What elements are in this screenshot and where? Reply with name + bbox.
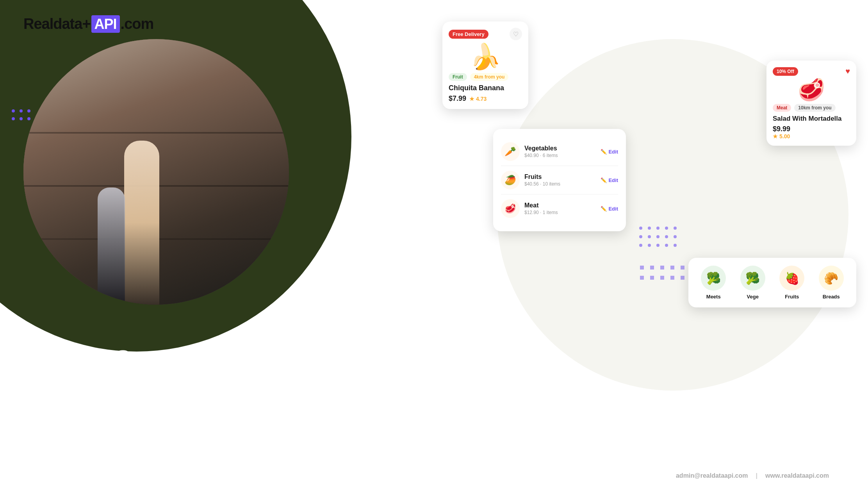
footer-separator: | xyxy=(756,472,757,479)
category-fruits[interactable]: 🍓 Fruits xyxy=(779,266,804,300)
free-delivery-badge: Free Delivery xyxy=(449,30,488,39)
footer-email: admin@realdataapi.com xyxy=(676,472,748,479)
headline-text: How to Scrape Data from Instant Grocery … xyxy=(27,345,254,456)
fruits-cat-icon: 🍓 xyxy=(779,266,804,291)
fruits-icon: 🥭 xyxy=(501,171,520,189)
banana-product-name: Chiquita Banana xyxy=(449,84,522,92)
meat-edit-button[interactable]: ✏️ Edit xyxy=(601,206,618,212)
vegetables-info: Vegetables $40.90 · 6 items xyxy=(524,145,596,158)
banana-product-image: 🍌 xyxy=(449,44,522,69)
fruits-info: Fruits $40.56 · 10 items xyxy=(524,173,596,187)
list-item-fruits: 🥭 Fruits $40.56 · 10 items ✏️ Edit xyxy=(501,166,618,195)
meat-info: Meat $12.90 · 1 items xyxy=(524,202,596,215)
salad-rating-value: 5.00 xyxy=(779,133,790,139)
banana-rating-value: 4.73 xyxy=(476,96,487,102)
salad-wishlist-button[interactable]: ♥ xyxy=(845,67,850,76)
logo-api: API xyxy=(91,15,120,33)
salad-price: $9.99 xyxy=(773,125,790,133)
salad-product-card: 10% Off ♥ 🥩 Meat 10km from you Salad Wit… xyxy=(766,61,856,146)
vegetables-sub: $40.90 · 6 items xyxy=(524,153,596,158)
logo-area: Realdata+API.com xyxy=(23,16,153,32)
fruits-name: Fruits xyxy=(524,173,596,180)
salad-price-row: $9.99 ★ 5.00 xyxy=(773,125,850,139)
fruits-edit-button[interactable]: ✏️ Edit xyxy=(601,177,618,183)
salad-product-image: 🥩 xyxy=(773,79,850,101)
breads-icon: 🥐 xyxy=(819,266,844,291)
squares-right xyxy=(640,266,684,280)
salad-distance-tag: 10km from you xyxy=(794,104,835,112)
banana-price-row: $7.99 ★ 4.73 xyxy=(449,95,522,103)
logo-prefix: Realdata+API.com xyxy=(23,16,153,32)
banana-category-tag: Fruit xyxy=(449,73,467,81)
category-breads[interactable]: 🥐 Breads xyxy=(819,266,844,300)
banana-product-card: Free Delivery ♡ 🍌 Fruit 4km from you Chi… xyxy=(442,21,528,109)
category-meets[interactable]: 🥦 Meets xyxy=(701,266,726,300)
meets-icon: 🥦 xyxy=(701,266,726,291)
salad-category-tag: Meat xyxy=(773,104,791,112)
edit-pencil-icon-2: ✏️ xyxy=(601,177,607,183)
fruits-sub: $40.56 · 10 items xyxy=(524,181,596,187)
banana-star-icon: ★ xyxy=(469,96,474,102)
list-item-vegetables: 🥕 Vegetables $40.90 · 6 items ✏️ Edit xyxy=(501,137,618,166)
banana-wishlist-button[interactable]: ♡ xyxy=(510,28,522,40)
vegetables-icon: 🥕 xyxy=(501,142,520,161)
fruits-cat-label: Fruits xyxy=(785,294,799,300)
hero-photo-bg xyxy=(23,39,289,305)
footer-urls: admin@realdataapi.com | www.realdataapi.… xyxy=(676,472,829,479)
meat-sub: $12.90 · 1 items xyxy=(524,210,596,215)
salad-product-name: Salad With Mortadella xyxy=(773,115,850,123)
list-item-meat: 🥩 Meat $12.90 · 1 items ✏️ Edit xyxy=(501,195,618,223)
banana-tags: Fruit 4km from you xyxy=(449,73,522,81)
salad-rating: ★ 5.00 xyxy=(773,133,850,139)
dots-right xyxy=(639,227,677,247)
meets-label: Meets xyxy=(706,294,721,300)
vegetables-name: Vegetables xyxy=(524,145,596,152)
shopping-list-card: 🥕 Vegetables $40.90 · 6 items ✏️ Edit 🥭 … xyxy=(493,129,626,231)
meat-name: Meat xyxy=(524,202,596,209)
hero-photo xyxy=(23,39,289,305)
headline: How to Scrape Data from Instant Grocery … xyxy=(27,345,254,456)
meat-icon: 🥩 xyxy=(501,199,520,218)
salad-star-icon: ★ xyxy=(773,133,778,139)
category-vege[interactable]: 🥦 Vege xyxy=(740,266,765,300)
banana-distance-tag: 4km from you xyxy=(470,73,509,81)
discount-badge: 10% Off xyxy=(773,67,798,76)
vege-label: Vege xyxy=(747,294,759,300)
footer-website: www.realdataapi.com xyxy=(765,472,829,479)
banana-rating: ★ 4.73 xyxy=(469,96,487,102)
breads-label: Breads xyxy=(823,294,840,300)
vegetables-edit-button[interactable]: ✏️ Edit xyxy=(601,149,618,155)
salad-tags: Meat 10km from you xyxy=(773,104,850,112)
edit-pencil-icon-3: ✏️ xyxy=(601,206,607,212)
banana-price: $7.99 xyxy=(449,95,466,103)
dots-left xyxy=(12,109,30,120)
vege-icon: 🥦 xyxy=(740,266,765,291)
categories-card: 🥦 Meets 🥦 Vege 🍓 Fruits 🥐 Breads xyxy=(688,258,856,307)
edit-pencil-icon: ✏️ xyxy=(601,149,607,155)
